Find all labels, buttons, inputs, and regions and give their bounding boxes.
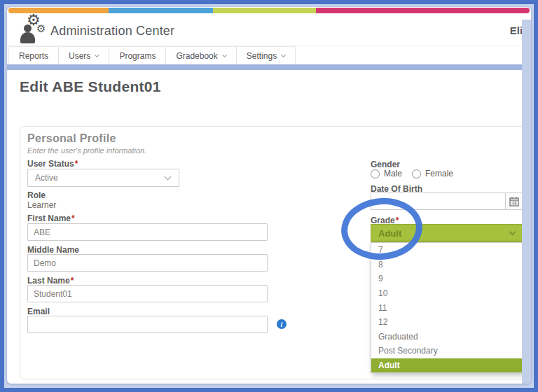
person-icon-body xyxy=(20,32,35,43)
required-asterisk: * xyxy=(75,159,78,169)
first-name-input[interactable] xyxy=(27,223,268,241)
grade-dropdown-list: 7 8 9 10 11 12 Graduated Post Secondary … xyxy=(371,242,524,373)
nav-tab-gradebook[interactable]: Gradebook xyxy=(166,47,236,64)
grade-option-graduated[interactable]: Graduated xyxy=(371,330,523,344)
section-subtitle: Enter the user's profile information. xyxy=(27,146,146,155)
user-status-label: User Status* xyxy=(27,159,78,169)
gender-female-label: Female xyxy=(425,169,453,178)
nav-tab-label: Settings xyxy=(247,51,277,61)
first-name-label: First Name* xyxy=(27,214,75,223)
grade-option-11[interactable]: 11 xyxy=(371,300,523,315)
role-label: Role xyxy=(27,190,46,200)
admin-center-logo-icon: ⚙ ⚙ xyxy=(20,15,48,45)
grade-option-adult-selected[interactable]: Adult xyxy=(371,358,523,373)
last-name-label: Last Name* xyxy=(27,276,74,286)
application-screen: ⚙ ⚙ Administration Center Eliza Reports … xyxy=(0,0,538,392)
grade-option-9[interactable]: 9 xyxy=(371,272,523,286)
grade-option-12[interactable]: 12 xyxy=(371,315,523,330)
last-name-input[interactable] xyxy=(27,285,268,302)
chevron-down-icon xyxy=(95,52,99,57)
grade-option-post-secondary[interactable]: Post Secondary xyxy=(371,344,523,358)
gender-radio-group: Male Female xyxy=(371,169,459,178)
nav-tab-reports[interactable]: Reports xyxy=(9,47,59,64)
gender-label: Gender xyxy=(371,160,400,169)
app-header: ⚙ ⚙ Administration Center Eliza xyxy=(7,13,531,46)
label-text: First Name xyxy=(27,214,71,223)
nav-tab-label: Reports xyxy=(19,51,48,61)
grade-option-10[interactable]: 10 xyxy=(371,286,523,301)
scrollbar[interactable] xyxy=(522,20,531,384)
section-title: Personal Profile xyxy=(27,132,116,145)
email-input[interactable] xyxy=(27,316,268,333)
required-asterisk: * xyxy=(71,276,74,286)
gender-male-label: Male xyxy=(384,169,402,178)
user-status-value: Active xyxy=(35,173,58,183)
chevron-down-icon xyxy=(222,52,227,57)
role-value: Learner xyxy=(27,200,56,210)
nav-tab-programs[interactable]: Programs xyxy=(109,47,166,64)
nav-underline-bar xyxy=(7,64,531,70)
middle-name-input[interactable] xyxy=(27,254,268,272)
nav-tab-users[interactable]: Users xyxy=(59,47,109,64)
personal-profile-panel: Personal Profile Enter the user's profil… xyxy=(20,126,531,379)
stripe-orange-segment xyxy=(8,8,109,13)
nav-tab-label: Users xyxy=(69,51,90,61)
nav-tab-label: Gradebook xyxy=(176,51,217,61)
email-label: Email xyxy=(27,307,50,316)
gear-icon-small: ⚙ xyxy=(36,24,46,34)
stripe-green-segment xyxy=(213,8,316,13)
page-title: Edit ABE Student01 xyxy=(20,78,161,95)
main-nav: Reports Users Programs Gradebook Setting… xyxy=(8,46,296,64)
app-title: Administration Center xyxy=(50,24,174,38)
chevron-down-icon xyxy=(509,228,516,235)
middle-name-label: Middle Name xyxy=(27,245,79,255)
user-status-select[interactable]: Active xyxy=(27,169,179,187)
nav-tab-settings[interactable]: Settings xyxy=(237,47,296,64)
gender-female-radio[interactable] xyxy=(412,169,421,178)
stripe-blue-segment xyxy=(109,8,213,13)
label-text: Last Name xyxy=(27,276,70,286)
email-info-icon[interactable]: i xyxy=(277,319,287,329)
nav-tab-label: Programs xyxy=(119,51,156,61)
brand-stripe xyxy=(8,8,530,13)
required-asterisk: * xyxy=(71,214,75,223)
label-text: User Status xyxy=(27,159,74,169)
person-icon-head xyxy=(24,24,32,32)
app-window: ⚙ ⚙ Administration Center Eliza Reports … xyxy=(7,7,531,384)
chevron-down-icon xyxy=(165,174,172,181)
chevron-down-icon xyxy=(281,52,286,57)
gender-male-radio[interactable] xyxy=(371,169,380,178)
stripe-pink-segment xyxy=(316,8,530,13)
grade-option-8[interactable]: 8 xyxy=(371,258,523,272)
calendar-icon[interactable] xyxy=(505,193,523,209)
